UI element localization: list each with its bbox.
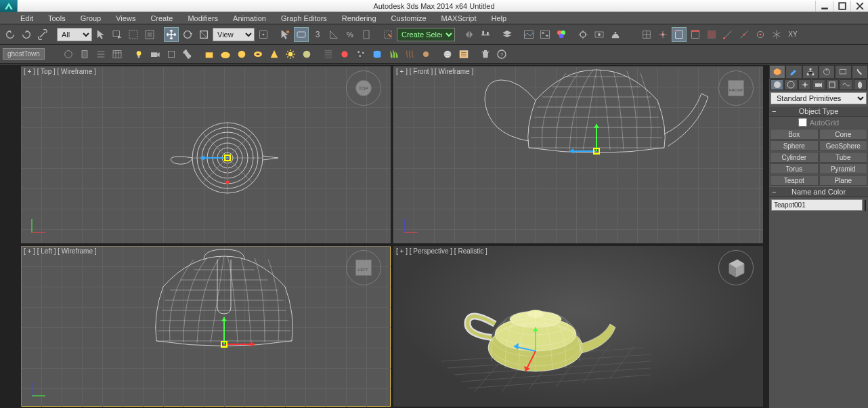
grass-icon[interactable] (386, 47, 401, 62)
helpers-tab[interactable] (826, 79, 839, 90)
viewcube-top[interactable]: TOP (346, 70, 381, 106)
calendar-icon[interactable] (110, 47, 125, 62)
layers-icon[interactable] (500, 27, 515, 42)
isolate-icon[interactable] (61, 47, 76, 62)
dummy-icon[interactable] (164, 47, 179, 62)
use-pivot-icon[interactable] (256, 27, 271, 42)
prim-geo-icon[interactable] (299, 47, 314, 62)
close-button[interactable] (850, 1, 868, 12)
btn-tube[interactable]: Tube (819, 152, 868, 163)
redo-icon[interactable] (19, 27, 34, 42)
render-setup-icon[interactable] (576, 27, 590, 42)
prim-sphere-icon[interactable] (218, 47, 233, 62)
viewport-label-left[interactable]: [ + ] [ Left ] [ Wireframe ] (24, 247, 97, 255)
snap-midpoint-icon[interactable] (737, 27, 752, 42)
hair2-icon[interactable] (418, 47, 433, 62)
snap-face-icon[interactable] (704, 27, 719, 42)
menu-rendering[interactable]: Rendering (335, 13, 383, 24)
viewport-front[interactable]: [ + ] [ Front ] [ Wireframe ] FRONT (393, 66, 763, 243)
btn-box[interactable]: Box (770, 129, 819, 140)
geometry-tab[interactable] (771, 79, 783, 90)
menu-edit[interactable]: Edit (4, 13, 40, 24)
undo-icon[interactable] (3, 27, 18, 42)
percent-snap-icon[interactable]: % (343, 27, 357, 42)
rotate-icon[interactable] (180, 27, 195, 42)
viewport-left[interactable]: [ + ] [ Left ] [ Wireframe ] LEFT (21, 246, 391, 407)
btn-torus[interactable]: Torus (770, 163, 819, 174)
mirror-icon[interactable] (462, 27, 477, 42)
scatter-icon[interactable] (353, 47, 368, 62)
curve-editor-icon[interactable] (521, 27, 536, 42)
list-icon[interactable] (93, 47, 108, 62)
menu-modifiers[interactable]: Modifiers (181, 13, 225, 24)
create-tab[interactable] (769, 65, 785, 79)
display-tab[interactable] (835, 65, 851, 79)
hair-icon[interactable] (402, 47, 417, 62)
move-icon[interactable] (164, 27, 179, 42)
autogrid-checkbox[interactable] (798, 118, 807, 127)
btn-plane[interactable]: Plane (819, 175, 868, 186)
btn-cone[interactable]: Cone (819, 129, 868, 140)
ref-coord-dropdown[interactable]: View (213, 28, 255, 41)
material-editor-icon[interactable] (554, 27, 569, 42)
maximize-button[interactable] (833, 1, 850, 12)
menu-help[interactable]: Help (485, 13, 514, 24)
help-icon[interactable]: ? (494, 47, 509, 62)
menu-views[interactable]: Views (109, 13, 142, 24)
cameras-tab[interactable] (812, 79, 825, 90)
object-color-swatch[interactable] (865, 200, 866, 211)
snap-grid-icon[interactable] (639, 27, 654, 42)
selection-filter-dropdown[interactable]: All (57, 28, 92, 41)
snap-toggle-icon[interactable]: 3 (310, 27, 325, 42)
btn-pyramid[interactable]: Pyramid (819, 163, 868, 174)
viewport-top[interactable]: [ + ] [ Top ] [ Wireframe ] TOP (21, 66, 391, 243)
menu-maxscript[interactable]: MAXScript (435, 13, 483, 24)
lights-tab[interactable] (798, 79, 811, 90)
viewcube-front[interactable]: FRONT (718, 70, 754, 106)
select-object-icon[interactable] (93, 27, 108, 42)
menu-create[interactable]: Create (144, 13, 179, 24)
viewcube-persp[interactable] (718, 250, 754, 285)
name-color-rollout[interactable]: −Name and Color (769, 186, 868, 197)
stats-icon[interactable] (456, 47, 471, 62)
viewcube-left[interactable]: LEFT (346, 250, 381, 285)
snap-vertex-icon[interactable] (672, 27, 687, 42)
viewport-label-front[interactable]: [ + ] [ Front ] [ Wireframe ] (396, 68, 473, 75)
edit-named-sel-icon[interactable] (381, 27, 395, 42)
spacewarps-tab[interactable] (840, 79, 852, 90)
camera-icon[interactable] (148, 47, 162, 62)
menu-group[interactable]: Group (74, 13, 108, 24)
manipulate-icon[interactable] (278, 27, 292, 42)
select-by-name-icon[interactable] (110, 27, 125, 42)
menu-tools[interactable]: Tools (41, 13, 72, 24)
scale-icon[interactable] (196, 27, 211, 42)
snap-xy-icon[interactable]: XY (785, 27, 800, 42)
viewport-perspective[interactable]: [ + ] [ Perspective ] [ Realistic ] (393, 246, 763, 407)
globe-icon[interactable] (440, 47, 455, 62)
particle-icon[interactable] (321, 47, 336, 62)
snap-endpoint-icon[interactable] (720, 27, 735, 42)
app-menu-icon[interactable] (0, 0, 18, 12)
prim-cone-icon[interactable] (267, 47, 282, 62)
btn-geosphere[interactable]: GeoSphere (819, 140, 868, 151)
spinner-snap-icon[interactable] (359, 27, 374, 42)
prim-ball-icon[interactable] (234, 47, 249, 62)
prim-sun-icon[interactable] (283, 47, 298, 62)
viewport-label-persp[interactable]: [ + ] [ Perspective ] [ Realistic ] (396, 247, 487, 255)
ghosttown-button[interactable]: ghostTown (3, 48, 45, 60)
prim-torus-icon[interactable] (251, 47, 265, 62)
snap-frozen-icon[interactable] (769, 27, 784, 42)
menu-graph-editors[interactable]: Graph Editors (274, 13, 334, 24)
sel-lock-icon[interactable] (77, 47, 92, 62)
object-name-input[interactable] (771, 199, 863, 211)
select-region-icon[interactable] (126, 27, 141, 42)
modify-tab[interactable] (785, 65, 802, 79)
window-crossing-icon[interactable] (142, 27, 157, 42)
primitives-category-dropdown[interactable]: Standard Primitives (771, 92, 867, 104)
keyboard-shortcut-icon[interactable] (294, 27, 309, 42)
prim-box-icon[interactable] (202, 47, 217, 62)
snap-edge-icon[interactable] (688, 27, 703, 42)
atmos-icon[interactable] (337, 47, 352, 62)
menu-customize[interactable]: Customize (385, 13, 433, 24)
motion-tab[interactable] (819, 65, 835, 79)
